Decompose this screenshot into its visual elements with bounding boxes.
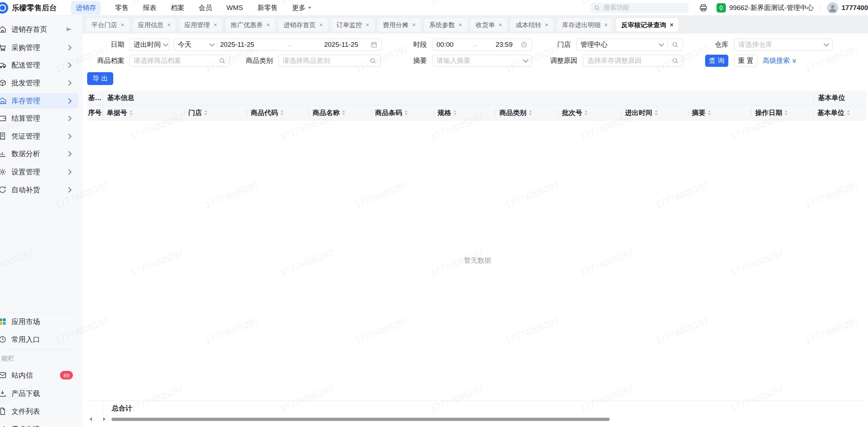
warehouse-input[interactable] [738, 41, 822, 49]
advanced-search-link[interactable]: 高级搜索 [763, 55, 797, 67]
sidebar-item-10[interactable]: 自动补货 [0, 181, 82, 199]
tab-12[interactable]: 反审核记录查询× [616, 18, 678, 31]
scrollbar-thumb[interactable] [111, 418, 610, 421]
sidebar-item-label: 进销存首页 [11, 25, 47, 34]
sidebar-tool-4[interactable]: 需求申请 [0, 420, 82, 427]
sidebar-item-4[interactable]: 批发管理 [0, 74, 82, 92]
sidebar-item-6[interactable]: 结算管理 [0, 109, 82, 127]
sidebar-item-9[interactable]: 设置管理 [0, 163, 82, 181]
column-header-6[interactable]: 商品条码 [371, 105, 434, 120]
scroll-right-icon[interactable] [103, 417, 105, 421]
close-icon[interactable]: × [266, 22, 270, 28]
tab-4[interactable]: 推广优惠券× [226, 18, 275, 31]
collapse-sidebar-icon[interactable] [65, 26, 72, 33]
tab-11[interactable]: 库存进出明细× [557, 18, 613, 31]
menu-item-6[interactable]: WMS [226, 4, 243, 12]
tab-7[interactable]: 费用分摊× [378, 18, 421, 31]
sidebar-shortcut-1[interactable]: 应用市场 [0, 313, 82, 331]
summary-select[interactable] [432, 55, 532, 67]
sidebar-item-2[interactable]: 采购管理 [0, 39, 82, 56]
search-input[interactable] [603, 4, 685, 12]
divider [667, 41, 668, 48]
column-header-2[interactable]: 单据号 [103, 105, 184, 120]
tab-6[interactable]: 订单监控× [331, 18, 374, 31]
reason-input[interactable] [587, 57, 669, 65]
chevron-right-icon [66, 133, 72, 139]
reset-button[interactable]: 重 置 [734, 55, 757, 67]
column-header-4[interactable]: 商品代码 [247, 105, 309, 120]
product-picker[interactable] [129, 55, 230, 67]
sidebar-item-label: 文件列表 [11, 407, 40, 416]
menu-item-2[interactable]: 零售 [115, 3, 129, 13]
warehouse-select[interactable] [734, 39, 833, 51]
date-type-select[interactable]: 进出时间 [129, 39, 169, 51]
category-picker[interactable] [278, 55, 381, 67]
sidebar-shortcut-2[interactable]: 常用入口 [0, 331, 82, 348]
close-icon[interactable]: × [545, 22, 548, 28]
sort-desc-icon [204, 113, 207, 115]
sidebar-item-5[interactable]: 库存管理 [0, 92, 82, 110]
category-input[interactable] [283, 57, 366, 65]
column-header-9[interactable]: 批次号 [558, 105, 621, 120]
product-label: 商品档案 [82, 55, 124, 67]
query-button[interactable]: 查 询 [705, 55, 728, 67]
sort-icon [785, 110, 788, 115]
sidebar-tool-3[interactable]: 文件列表 [0, 402, 82, 420]
sidebar-divider-2 [5, 349, 77, 350]
summary-input[interactable] [437, 57, 521, 65]
menu-item-3[interactable]: 报表 [143, 3, 156, 13]
product-input[interactable] [134, 57, 216, 65]
column-header-label: 基本单位 [817, 108, 844, 118]
close-icon[interactable]: × [167, 22, 171, 28]
tab-10[interactable]: 成本结转× [510, 18, 553, 31]
sidebar: 进销存首页采购管理配送管理批发管理库存管理结算管理凭证管理数据分析设置管理自动补… [0, 16, 82, 427]
close-icon[interactable]: × [499, 22, 502, 28]
menu-item-1[interactable]: 进销存 [71, 1, 101, 15]
tab-3[interactable]: 应用管理× [179, 18, 222, 31]
erp-app-icon[interactable] [717, 3, 726, 13]
scroll-left-icon[interactable] [90, 417, 92, 421]
close-icon[interactable]: × [214, 22, 217, 28]
date-range-picker[interactable]: 今天 2025-11-25 → 2025-11-25 [174, 39, 382, 51]
column-header-12[interactable]: 操作日期 [751, 105, 813, 120]
sidebar-item-7[interactable]: 凭证管理 [0, 127, 82, 145]
menu-item-7[interactable]: 新零售 [257, 3, 278, 13]
reason-picker[interactable] [583, 55, 683, 67]
tab-8[interactable]: 系统参数× [424, 18, 467, 31]
tab-1[interactable]: 平台门店× [86, 18, 129, 31]
printer-icon[interactable] [699, 3, 708, 13]
sort-desc-icon [529, 113, 532, 115]
close-icon[interactable]: × [319, 22, 323, 28]
column-header-8[interactable]: 商品类别 [495, 105, 558, 120]
close-icon[interactable]: × [604, 22, 608, 28]
sidebar-item-1[interactable]: 进销存首页 [0, 20, 82, 38]
store-select[interactable]: 管理中心 [576, 39, 683, 51]
column-header-10[interactable]: 进出时间 [621, 105, 688, 120]
close-icon[interactable]: × [412, 22, 416, 28]
column-header-13[interactable]: 基本单位 [813, 105, 866, 120]
menu-item-8[interactable]: 更多 [292, 3, 311, 13]
close-icon[interactable]: × [121, 22, 124, 28]
menu-item-label: 进销存 [76, 3, 96, 13]
column-header-7[interactable]: 规格 [434, 105, 495, 120]
sidebar-item-3[interactable]: 配送管理 [0, 56, 82, 74]
menu-item-5[interactable]: 会员 [199, 3, 212, 13]
sidebar-item-8[interactable]: 数据分析 [0, 145, 82, 163]
close-icon[interactable]: × [459, 22, 462, 28]
column-header-11[interactable]: 摘要 [688, 105, 751, 120]
sidebar-tool-1[interactable]: 站内信89 [0, 366, 82, 384]
menu-item-label: 零售 [115, 3, 129, 13]
export-button[interactable]: 导 出 [87, 72, 113, 85]
sidebar-tool-2[interactable]: 产品下载 [0, 384, 82, 402]
close-icon[interactable]: × [366, 22, 369, 28]
global-search[interactable] [590, 3, 689, 13]
tab-2[interactable]: 应用信息× [133, 18, 176, 31]
column-header-3[interactable]: 门店 [184, 105, 247, 120]
user-avatar[interactable] [827, 2, 838, 14]
tab-5[interactable]: 进销存首页× [279, 18, 328, 31]
close-icon[interactable]: × [670, 22, 673, 28]
menu-item-4[interactable]: 档案 [171, 3, 184, 13]
column-header-5[interactable]: 商品名称 [309, 105, 371, 120]
tab-9[interactable]: 收货单× [471, 18, 507, 31]
market-icon [0, 317, 7, 326]
